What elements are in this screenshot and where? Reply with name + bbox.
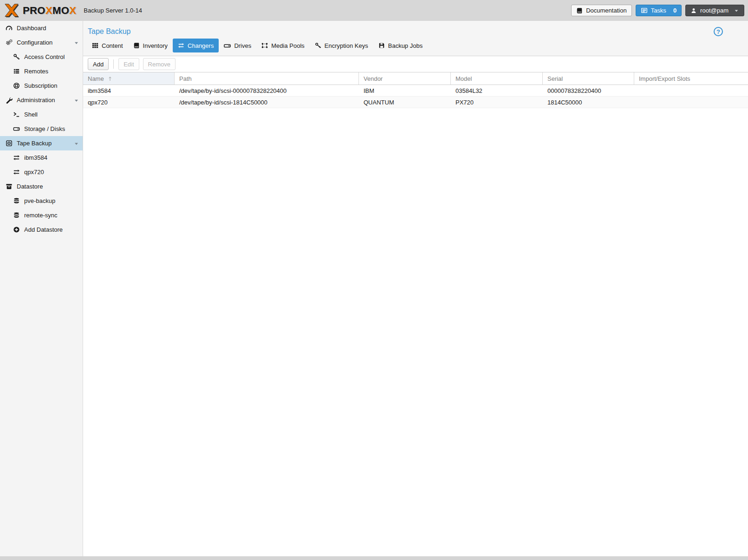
chevron-down-icon[interactable] [74, 40, 79, 46]
tab-encryption-keys[interactable]: Encryption Keys [310, 39, 373, 52]
chevron-down-icon[interactable] [74, 141, 79, 146]
column-header-name[interactable]: Name [83, 72, 175, 85]
tab-label: Media Pools [271, 42, 305, 49]
documentation-button[interactable]: Documentation [571, 5, 631, 16]
remove-button[interactable]: Remove [143, 58, 176, 70]
sidebar-item-add-datastore[interactable]: Add Datastore [0, 222, 83, 237]
column-header-label: Serial [547, 75, 563, 82]
table-body: ibm3584 /dev/tape/by-id/scsi-00000783282… [83, 85, 748, 556]
exchange-icon [13, 169, 20, 176]
tab-label: Content [102, 42, 123, 49]
sidebar-item-label: pve-backup [24, 197, 55, 204]
sidebar-item-label: Datastore [17, 183, 43, 190]
tab-media-pools[interactable]: Media Pools [256, 39, 310, 52]
tape-icon [6, 140, 13, 147]
tasks-label: Tasks [651, 7, 666, 14]
toolbar-separator [113, 59, 114, 69]
cell-model: PX720 [451, 99, 543, 106]
proxmox-logo-icon [4, 4, 20, 18]
sidebar-item-label: Storage / Disks [24, 125, 65, 132]
tab-drives[interactable]: Drives [219, 39, 256, 52]
tab-content[interactable]: Content [87, 39, 128, 52]
tab-inventory[interactable]: Inventory [128, 39, 173, 52]
sidebar-item-subscription[interactable]: Subscription [0, 78, 83, 93]
cell-path: /dev/tape/by-id/scsi-0000078328220400 [175, 87, 359, 94]
cell-model: 03584L32 [451, 87, 543, 94]
column-header-label: Name [88, 75, 104, 82]
sidebar-item-dashboard[interactable]: Dashboard [0, 21, 83, 35]
list-icon [13, 68, 20, 75]
life-ring-icon [13, 82, 20, 89]
sidebar-item-label: Add Datastore [24, 226, 63, 233]
sidebar-item-label: Access Control [24, 53, 65, 60]
database-icon [13, 212, 20, 219]
table-row[interactable]: qpx720 /dev/tape/by-id/scsi-1814C50000 Q… [83, 97, 748, 108]
tab-label: Backup Jobs [388, 42, 423, 49]
sidebar-item-remote-sync[interactable]: remote-sync [0, 208, 83, 222]
help-icon[interactable]: ? [714, 27, 723, 36]
cell-vendor: QUANTUM [359, 99, 451, 106]
title-row: Tape Backup ? [83, 25, 748, 39]
sidebar-item-access-control[interactable]: Access Control [0, 50, 83, 64]
hdd-icon [13, 125, 20, 132]
user-icon [690, 7, 697, 14]
exchange-icon [178, 42, 184, 49]
sidebar-item-label: qpx720 [24, 169, 44, 176]
book-icon [133, 42, 140, 49]
archive-icon [6, 183, 13, 190]
table-header: Name Path Vendor Model Serial Import/Exp… [83, 72, 748, 85]
column-header-import-export-slots[interactable]: Import/Export Slots [634, 72, 748, 85]
column-header-serial[interactable]: Serial [543, 72, 634, 85]
content-header: Tape Backup ? Content Inventory [83, 21, 748, 56]
tab-backup-jobs[interactable]: Backup Jobs [373, 39, 428, 52]
hdd-icon [224, 42, 231, 49]
tab-label: Drives [234, 42, 251, 49]
column-header-path[interactable]: Path [175, 72, 359, 85]
sidebar-item-qpx720[interactable]: qpx720 [0, 165, 83, 179]
sidebar-item-label: remote-sync [24, 212, 58, 219]
save-icon [378, 42, 385, 49]
object-group-icon [261, 42, 268, 49]
user-label: root@pam [700, 7, 728, 14]
tab-label: Changers [188, 42, 214, 49]
table-row[interactable]: ibm3584 /dev/tape/by-id/scsi-00000783282… [83, 85, 748, 97]
sidebar-item-label: Subscription [24, 82, 58, 89]
sidebar-item-label: Dashboard [17, 25, 46, 32]
tab-changers[interactable]: Changers [173, 39, 219, 52]
column-header-model[interactable]: Model [451, 72, 543, 85]
edit-button[interactable]: Edit [118, 58, 139, 70]
sidebar-item-pve-backup[interactable]: pve-backup [0, 194, 83, 208]
app-body: Dashboard Configuration Access Control R… [0, 21, 748, 556]
cell-vendor: IBM [359, 87, 451, 94]
tasks-button[interactable]: Tasks 0 [636, 5, 682, 16]
proxmox-logo: PROXMOX [4, 4, 76, 18]
user-menu-button[interactable]: root@pam [685, 5, 744, 16]
wordmark-segment: PRO [23, 5, 46, 16]
toolbar: Add Edit Remove [83, 56, 748, 72]
sidebar-item-remotes[interactable]: Remotes [0, 64, 83, 78]
topbar: PROXMOX Backup Server 1.0-14 Documentati… [0, 0, 748, 21]
sidebar-item-shell[interactable]: Shell [0, 107, 83, 122]
content-panel: Tape Backup ? Content Inventory [83, 21, 748, 556]
sidebar-item-ibm3584[interactable]: ibm3584 [0, 150, 83, 165]
sidebar: Dashboard Configuration Access Control R… [0, 21, 83, 556]
sidebar-item-label: Shell [24, 111, 38, 118]
sidebar-item-administration[interactable]: Administration [0, 93, 83, 107]
product-version-label: Backup Server 1.0-14 [84, 7, 142, 14]
database-icon [13, 197, 20, 204]
topbar-actions: Documentation Tasks 0 root@pam [571, 5, 744, 16]
sort-ascending-icon [107, 76, 113, 82]
column-header-label: Import/Export Slots [639, 75, 690, 82]
sidebar-item-tape-backup[interactable]: Tape Backup [0, 136, 83, 150]
chevron-down-icon [734, 8, 739, 13]
chevron-down-icon[interactable] [74, 98, 79, 103]
column-header-vendor[interactable]: Vendor [359, 72, 451, 85]
sidebar-item-storage-disks[interactable]: Storage / Disks [0, 122, 83, 136]
documentation-label: Documentation [586, 7, 626, 14]
tab-label: Inventory [143, 42, 168, 49]
sidebar-item-label: ibm3584 [24, 154, 47, 161]
add-button[interactable]: Add [88, 58, 109, 70]
page-title: Tape Backup [88, 27, 131, 36]
sidebar-item-configuration[interactable]: Configuration [0, 35, 83, 50]
sidebar-item-datastore[interactable]: Datastore [0, 179, 83, 194]
